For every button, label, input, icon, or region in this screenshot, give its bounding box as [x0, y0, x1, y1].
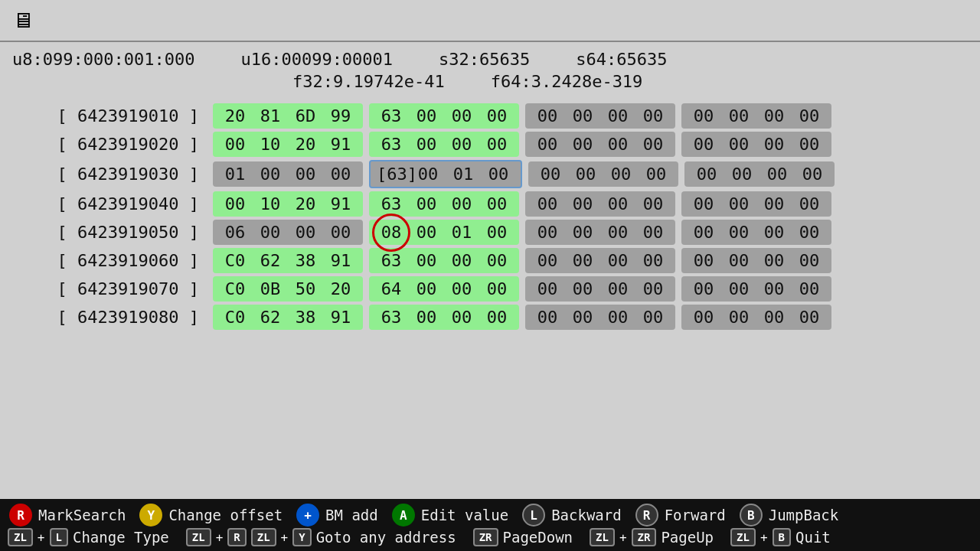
mem-cell: 00 [482, 165, 514, 184]
mem-cell: 00 [793, 135, 825, 154]
mem-group: C00B5020 [213, 276, 363, 302]
mem-group: [63]000100 [369, 160, 522, 188]
mem-cell: 01 [446, 223, 478, 242]
mem-cell: 0B [254, 279, 286, 298]
mem-cell: 10 [254, 135, 286, 154]
mem-cell: 91 [325, 251, 357, 270]
mem-cell: 00 [446, 135, 478, 154]
mem-group: 00000000 [525, 276, 675, 302]
type-row-1: u8:099:000:001:000 u16:00099:00001 s32:6… [12, 50, 968, 69]
mem-group: 00000000 [525, 305, 675, 330]
mem-cell: 20 [289, 194, 322, 214]
mem-cell: 00 [602, 308, 634, 327]
mem-cell: C0 [219, 279, 251, 298]
mem-address: [ 6423919040 ] [38, 194, 207, 214]
mem-group: 00102091 [213, 191, 363, 217]
mem-cell: 00 [723, 251, 755, 270]
table-row: [ 6423919030 ]01000000[63]00010000000000… [38, 160, 942, 188]
mem-cell: 38 [289, 251, 322, 270]
mem-group: 63000000 [369, 132, 519, 157]
mem-group: 00000000 [681, 132, 831, 157]
mem-cell: 00 [726, 165, 758, 184]
mem-cell: 00 [602, 279, 634, 298]
mem-cell: 00 [637, 194, 669, 214]
mem-cell: 63 [375, 308, 407, 327]
mem-cell: 00 [446, 106, 478, 126]
mem-cell: 00 [758, 308, 790, 327]
table-row: [ 6423919050 ]06000000080001000000000000… [38, 220, 942, 245]
mem-cell: 00 [531, 106, 564, 126]
mem-group: 63000000 [369, 103, 519, 129]
mem-cell: 00 [758, 251, 790, 270]
mem-group: 00000000 [525, 191, 675, 217]
mem-cell: 06 [219, 223, 251, 242]
mem-group: 00000000 [681, 191, 831, 217]
mem-group: 20816D99 [213, 103, 363, 129]
mem-cell: 00 [691, 165, 723, 184]
mem-cell: 50 [289, 279, 322, 298]
mem-cell: 00 [637, 223, 669, 242]
mem-cell: 63 [375, 251, 407, 270]
mem-group: 00000000 [525, 220, 675, 245]
mem-cell: 00 [410, 194, 443, 214]
mem-cell: 00 [219, 194, 251, 214]
mem-group: 00000000 [684, 161, 835, 187]
controller-button-icon: A [392, 504, 415, 527]
mem-cell: 00 [758, 223, 790, 242]
mem-cell: 00 [481, 135, 513, 154]
mem-cell: 91 [325, 308, 357, 327]
mem-cell: 00 [567, 194, 599, 214]
table-row: [ 6423919010 ]20816D99630000000000000000… [38, 103, 942, 129]
mem-address: [ 6423919020 ] [38, 135, 207, 154]
mem-group: 06000000 [213, 220, 363, 245]
shortcut-label: JumpBack [769, 507, 839, 523]
mem-cell: 00 [688, 223, 720, 242]
mem-cell: 00 [534, 165, 567, 184]
mem-cell: 00 [723, 135, 755, 154]
monitor-icon: 🖥 [12, 8, 34, 33]
mem-address: [ 6423919050 ] [38, 223, 207, 242]
mem-cell: 00 [410, 251, 443, 270]
shortcut-label: Backward [551, 507, 622, 523]
mem-cell: 00 [793, 223, 825, 242]
zl-button: Y [292, 528, 311, 546]
mem-cell: 00 [412, 165, 444, 184]
app-header: 🖥 [0, 0, 980, 42]
plus-separator: + [216, 530, 224, 545]
shortcut-label: Forward [665, 507, 726, 523]
zl-button: ZL [186, 528, 211, 546]
shortcut-label: BM add [325, 507, 378, 523]
mem-cell: 00 [637, 308, 669, 327]
mem-cell: 00 [723, 194, 755, 214]
mem-group: 63000000 [369, 248, 519, 273]
mem-cell: 00 [723, 308, 755, 327]
circle-highlight: 08 [381, 223, 402, 242]
mem-cell: 00 [793, 194, 825, 214]
mem-cell: 62 [254, 308, 286, 327]
mem-cell: 00 [602, 194, 634, 214]
mem-cell: 00 [793, 308, 825, 327]
mem-cell: 00 [481, 251, 513, 270]
mem-cell: 00 [567, 135, 599, 154]
controller-button-icon: L [522, 504, 545, 527]
mem-cell: 00 [793, 251, 825, 270]
controller-button-icon: + [296, 504, 319, 527]
mem-cell: 00 [531, 135, 564, 154]
mem-group: 63000000 [369, 305, 519, 330]
mem-cell: 38 [289, 308, 322, 327]
mem-cell: 00 [793, 279, 825, 298]
type-u8: u8:099:000:001:000 [12, 50, 194, 69]
type-row-2: f32:9.19742e-41 f64:3.2428e-319 [12, 72, 968, 91]
shortcut-label: Edit value [421, 507, 508, 523]
zl-button: B [773, 528, 791, 546]
mem-cell: 00 [410, 135, 443, 154]
plus-separator: + [281, 530, 289, 545]
memory-table: [ 6423919010 ]20816D99630000000000000000… [0, 96, 980, 330]
mem-cell: 00 [531, 194, 564, 214]
mem-cell: 00 [254, 165, 286, 184]
mem-cell: 00 [640, 165, 672, 184]
shortcut-label: MarkSearch [38, 507, 126, 523]
mem-group: C0623891 [213, 305, 363, 330]
mem-cell: 20 [289, 135, 322, 154]
mem-cell: 00 [325, 165, 357, 184]
